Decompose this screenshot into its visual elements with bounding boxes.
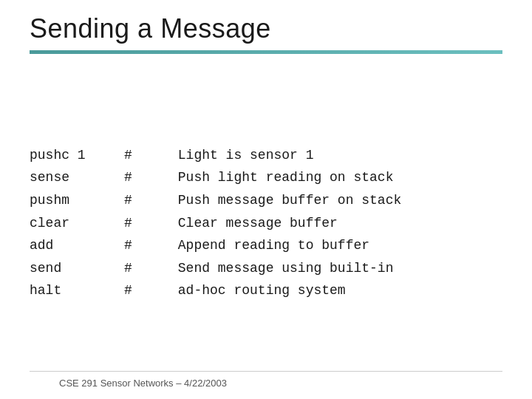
hash-symbol: # (124, 166, 172, 189)
comment-line: Push message buffer on stack (178, 189, 401, 212)
hash-symbol: # (124, 234, 172, 257)
slide: Sending a Message pushc 1sense pushm cle… (0, 0, 532, 399)
hash-symbol: # (124, 257, 172, 280)
comment-line: Push light reading on stack (178, 166, 401, 189)
comment-line: Send message using built-in (178, 257, 401, 280)
comment-column: Light is sensor 1Push light reading on s… (178, 76, 401, 364)
code-line: add (30, 234, 118, 257)
comment-line: Clear message buffer (178, 212, 401, 235)
content-area: pushc 1sense pushm clear add send halt #… (0, 54, 532, 371)
code-line: pushc 1 (30, 144, 118, 167)
hash-symbol: # (124, 212, 172, 235)
code-column: pushc 1sense pushm clear add send halt (30, 76, 118, 364)
code-line: halt (30, 279, 118, 302)
comment-line: ad-hoc routing system (178, 279, 401, 302)
code-line: clear (30, 212, 118, 235)
hash-symbol: # (124, 279, 172, 302)
code-line: pushm (30, 189, 118, 212)
code-line: send (30, 257, 118, 280)
hash-symbol: # (124, 144, 172, 167)
header: Sending a Message (0, 0, 532, 54)
hash-column: ####### (118, 76, 178, 364)
footer-text: CSE 291 Sensor Networks – 4/22/2003 (30, 371, 502, 399)
hash-symbol: # (124, 189, 172, 212)
comment-line: Append reading to buffer (178, 234, 401, 257)
slide-title: Sending a Message (30, 13, 502, 44)
comment-line: Light is sensor 1 (178, 144, 401, 167)
code-line: sense (30, 166, 118, 189)
